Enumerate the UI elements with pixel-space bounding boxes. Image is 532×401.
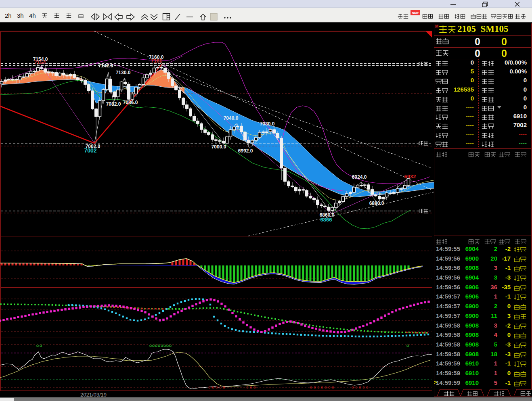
svg-text:7000.0: 7000.0 — [212, 144, 226, 150]
svg-text:7142.0: 7142.0 — [98, 63, 113, 69]
svg-text:7030.0: 7030.0 — [260, 121, 275, 127]
svg-text:7130.0: 7130.0 — [116, 70, 131, 75]
svg-text:2021/03/19: 2021/03/19 — [80, 392, 107, 397]
svg-text:7086.0: 7086.0 — [123, 100, 138, 105]
svg-text:7002: 7002 — [84, 147, 96, 154]
svg-text:6866: 6866 — [320, 217, 332, 223]
svg-text:7160: 7160 — [151, 58, 163, 64]
svg-text:6924.0: 6924.0 — [352, 174, 367, 180]
svg-text:6992.0: 6992.0 — [238, 148, 253, 154]
svg-text:6932: 6932 — [404, 173, 416, 180]
svg-text:6880.0: 6880.0 — [369, 200, 384, 206]
svg-text:7082.0: 7082.0 — [106, 101, 121, 107]
svg-text:7040.0: 7040.0 — [224, 115, 239, 121]
svg-text:7154: 7154 — [34, 59, 46, 65]
